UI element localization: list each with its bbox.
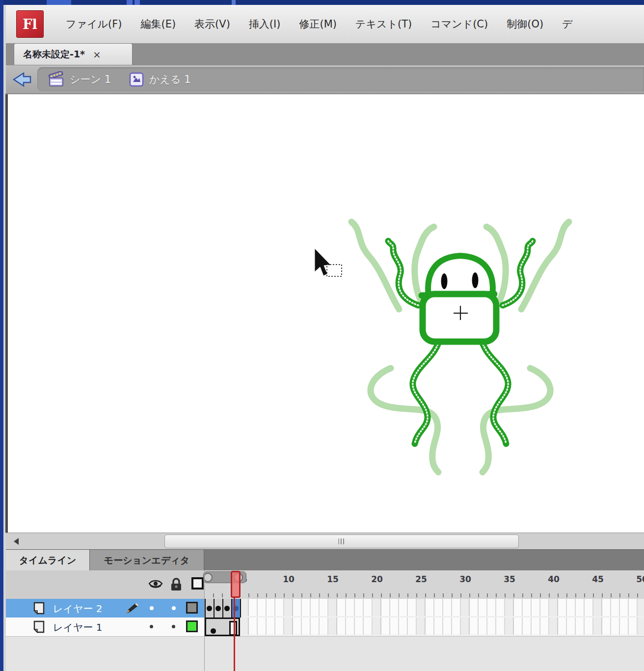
flash-app-window: Fl ファイル(F)編集(E)表示(V)挿入(I)修正(M)テキスト(T)コマン… [0, 0, 644, 671]
ruler-number-50: 50 [634, 574, 644, 584]
ruler-tick [540, 593, 541, 597]
close-icon[interactable]: × [93, 49, 101, 60]
ruler-tick [531, 593, 532, 597]
layer-page-icon [31, 601, 46, 615]
keyframe-dot [224, 606, 230, 611]
layer-row-2[interactable]: レイヤー 1 [6, 617, 644, 636]
menu-item-6[interactable]: コマンド(C) [421, 12, 497, 36]
layer-lock-dot[interactable] [172, 625, 175, 628]
ruler-tick [310, 593, 311, 597]
menu-item-4[interactable]: 修正(M) [290, 12, 346, 36]
ruler-tick [593, 593, 594, 597]
tab-motion-editor[interactable]: モーションエディタ [90, 550, 204, 571]
eye-icon[interactable] [148, 578, 163, 590]
layer-name: レイヤー 1 [53, 621, 103, 634]
fifth-frame-shade [240, 599, 249, 616]
fifth-frame-shade [328, 599, 337, 616]
document-tab[interactable]: 名称未設定-1* × [14, 43, 133, 65]
ruler-tick [425, 593, 426, 597]
desktop-left-strip [0, 0, 3, 671]
layer-visibility-dot[interactable] [150, 606, 154, 610]
layer-lock-dot[interactable] [172, 606, 176, 610]
ruler-number-45: 45 [590, 574, 606, 584]
frog-body [423, 294, 496, 342]
back-arrow-icon[interactable] [12, 71, 32, 88]
scroll-left-arrow-icon[interactable] [14, 538, 19, 545]
layer-name-cell[interactable]: レイヤー 1 [6, 617, 205, 636]
keyframe-cell-1[interactable] [206, 599, 215, 617]
layer-outline-swatch[interactable] [186, 620, 198, 632]
document-tab-bar: 名称未設定-1* × [6, 43, 644, 66]
ruler-number-15: 15 [324, 574, 341, 584]
breadcrumb: シーン 1 かえる 1 [37, 67, 644, 91]
layer-frames[interactable] [205, 617, 644, 636]
menu-item-1[interactable]: 編集(E) [131, 12, 185, 36]
ruler-tick [266, 593, 267, 597]
outline-square-icon[interactable] [191, 577, 204, 590]
ruler-tick [416, 593, 417, 597]
document-title: 名称未設定-1* [23, 48, 85, 61]
menu-item-5[interactable]: テキスト(T) [346, 12, 421, 36]
timeline-empty-area [6, 636, 644, 671]
ruler-tick [293, 593, 294, 597]
ruler-tick [301, 593, 302, 597]
layer-visibility-dot[interactable] [150, 625, 153, 628]
scene-clapperboard-icon [47, 71, 65, 88]
fifth-frame-shade [373, 617, 381, 635]
ruler-tick [505, 593, 506, 597]
frame-ruler[interactable]: 5101520253035404550 [205, 570, 644, 600]
layer-name-cell[interactable]: レイヤー 2 [6, 599, 205, 617]
fifth-frame-shade [373, 599, 381, 616]
onion-stroke [351, 222, 399, 309]
ruler-tick [452, 593, 453, 597]
end-frame-marker [229, 621, 237, 636]
ruler-tick [558, 593, 559, 597]
stage-canvas[interactable] [8, 94, 644, 533]
keyframe-dot [207, 606, 212, 611]
breadcrumb-scene[interactable]: シーン 1 [47, 71, 111, 88]
playhead[interactable] [231, 571, 241, 598]
frog-left-eye [441, 273, 448, 289]
name-frames-divider [204, 570, 205, 671]
scrollbar-thumb[interactable] [164, 535, 519, 548]
ruler-tick [319, 593, 320, 597]
ruler-tick [248, 593, 249, 597]
layer-row-1[interactable]: レイヤー 2 [6, 599, 644, 617]
fifth-frame-shade [505, 617, 514, 635]
fifth-frame-shade [240, 617, 249, 635]
menu-bar: Fl ファイル(F)編集(E)表示(V)挿入(I)修正(M)テキスト(T)コマン… [6, 5, 644, 44]
ruler-tick [346, 593, 347, 597]
menu-item-0[interactable]: ファイル(F) [56, 12, 131, 36]
desktop-top-highlight [127, 0, 133, 5]
playhead-line [234, 598, 235, 671]
fifth-frame-shade [549, 617, 558, 635]
horizontal-scrollbar[interactable] [6, 533, 644, 551]
ruler-tick [487, 593, 488, 597]
scene-label: シーン 1 [70, 73, 111, 86]
ruler-number-25: 25 [413, 574, 429, 584]
menu-item-3[interactable]: 挿入(I) [240, 12, 290, 36]
fifth-frame-shade [593, 599, 602, 616]
menu-item-7[interactable]: 制御(O) [497, 12, 553, 36]
ruler-tick [213, 593, 214, 597]
breadcrumb-symbol[interactable]: かえる 1 [129, 72, 191, 87]
menu-items: ファイル(F)編集(E)表示(V)挿入(I)修正(M)テキスト(T)コマンド(C… [56, 12, 582, 36]
menu-item-2[interactable]: 表示(V) [185, 12, 240, 36]
menu-item-8[interactable]: デ [553, 12, 582, 36]
ruler-tick [469, 593, 470, 597]
ruler-tick [478, 593, 479, 597]
layer-frames[interactable] [205, 599, 644, 617]
lock-icon[interactable] [170, 578, 183, 591]
ruler-tick [584, 593, 585, 597]
pencil-icon [124, 601, 140, 616]
fifth-frame-shade [284, 599, 293, 616]
ruler-tick [399, 593, 400, 597]
scrollbar-grip [339, 538, 345, 544]
layer-outline-swatch[interactable] [186, 602, 198, 614]
keyframe-cell-3[interactable] [223, 599, 232, 617]
tab-timeline[interactable]: タイムライン [6, 550, 90, 571]
keyframe-group[interactable] [205, 599, 241, 617]
symbol-label: かえる 1 [149, 73, 191, 86]
ruler-tick [407, 593, 408, 597]
keyframe-cell-2[interactable] [215, 599, 223, 617]
